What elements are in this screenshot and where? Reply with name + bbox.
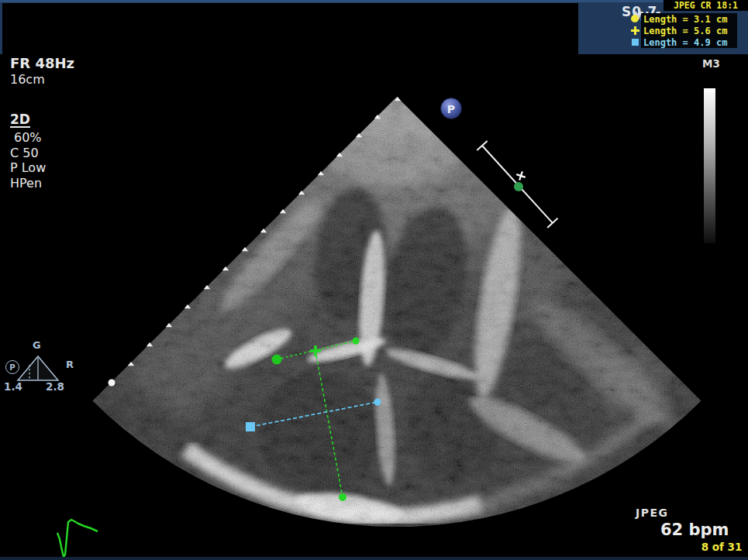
depth-label: 16cm bbox=[10, 72, 74, 88]
tgc-triangle-icon bbox=[16, 352, 60, 383]
frame-counter-badge: 8 of 31 bbox=[695, 540, 748, 553]
cursor-cross-icon bbox=[515, 170, 526, 181]
compression-label: C 50 bbox=[10, 146, 74, 161]
measurement-1-label: Length = 3.1 cm bbox=[641, 14, 727, 25]
orientation-marker-letter: P bbox=[447, 103, 455, 115]
plus-marker-icon bbox=[631, 26, 639, 35]
probe-widget-g-label: G bbox=[33, 339, 41, 351]
measurement-row: Length = 4.9 cm bbox=[641, 36, 737, 48]
ultrasound-screen: S0.7 MI 1. bbox=[0, 0, 748, 560]
ruler-active-point[interactable] bbox=[514, 182, 523, 191]
grayscale-bar bbox=[704, 88, 715, 243]
caliper-3-handle-b[interactable] bbox=[374, 399, 381, 406]
heart-rate-label: 62 bpm bbox=[660, 520, 729, 539]
square-marker-icon bbox=[632, 39, 639, 46]
probe-widget: G P R 1.4 2.8 bbox=[0, 339, 89, 400]
caliper-1-handle-b[interactable] bbox=[353, 338, 360, 345]
caliper-2-handle-b[interactable] bbox=[339, 493, 346, 501]
codec-ratio-badge: JPEG CR 18:1 bbox=[664, 0, 748, 11]
imaging-parameters: FR 48Hz 16cm 2D 60% C 50 P Low HPen bbox=[10, 56, 74, 191]
mode-label: 2D bbox=[10, 113, 30, 128]
frame-rate-label: FR 48Hz bbox=[10, 56, 74, 71]
ultrasound-image: P bbox=[0, 0, 748, 560]
measurement-row: Length = 5.6 cm bbox=[641, 25, 737, 36]
orientation-marker-icon: P bbox=[441, 98, 462, 119]
probe-widget-r-label: R bbox=[66, 359, 74, 370]
jpeg-label: JPEG bbox=[636, 507, 669, 519]
focus-marker-icon bbox=[109, 380, 115, 387]
gain-label: 60% bbox=[10, 130, 74, 146]
caliper-3-handle-a[interactable] bbox=[246, 422, 255, 431]
tgc-right-value: 2.8 bbox=[46, 380, 64, 393]
ecg-trace bbox=[57, 520, 98, 557]
tgc-left-value: 1.4 bbox=[4, 380, 22, 393]
power-label: P Low bbox=[10, 160, 74, 176]
compression-map-label: M3 bbox=[702, 57, 720, 70]
frame-counter-label: 8 of 31 bbox=[701, 541, 743, 553]
circle-marker-icon bbox=[631, 15, 639, 22]
measurement-3-label: Length = 4.9 cm bbox=[641, 37, 727, 48]
codec-ratio-label: JPEG CR 18:1 bbox=[674, 0, 738, 11]
penetration-label: HPen bbox=[10, 176, 74, 191]
sector-image bbox=[0, 0, 748, 560]
measurement-row: Length = 3.1 cm bbox=[641, 13, 737, 25]
measurement-2-label: Length = 5.6 cm bbox=[641, 26, 727, 36]
bottom-bar bbox=[0, 557, 748, 560]
caliper-1-handle-a[interactable] bbox=[272, 355, 282, 365]
